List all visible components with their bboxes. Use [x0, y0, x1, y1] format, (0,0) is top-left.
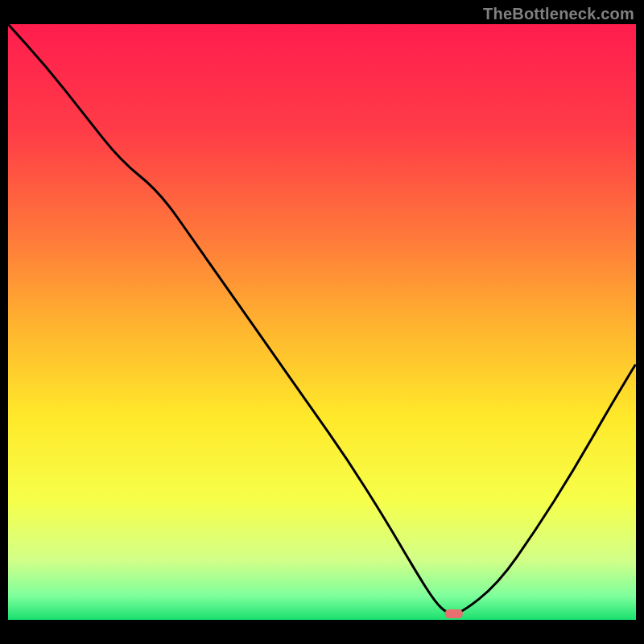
optimal-point-marker	[445, 609, 463, 618]
chart-background-gradient	[8, 24, 636, 620]
chart-container	[8, 24, 636, 636]
bottleneck-chart	[8, 24, 636, 620]
watermark-label: TheBottleneck.com	[483, 5, 634, 23]
